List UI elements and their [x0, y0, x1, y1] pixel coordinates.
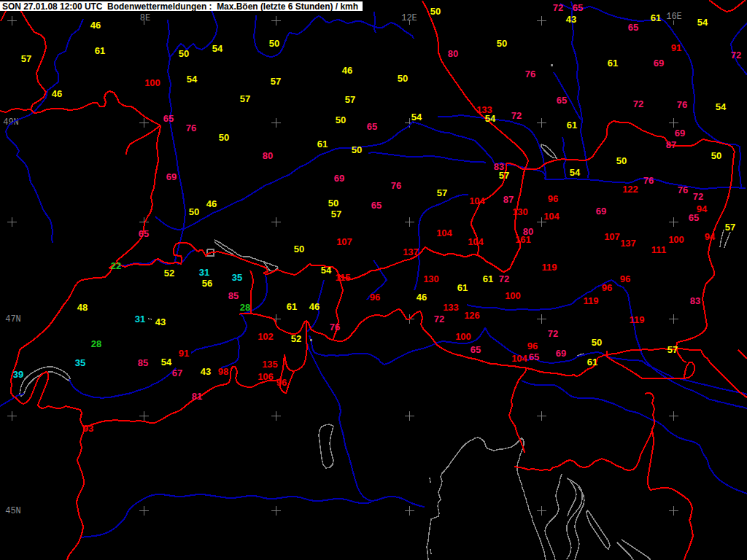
- svg-text:61: 61: [651, 12, 661, 23]
- svg-text:57: 57: [345, 94, 355, 105]
- svg-text:43: 43: [155, 316, 166, 327]
- svg-text:39: 39: [13, 369, 23, 380]
- svg-text:50: 50: [592, 337, 602, 348]
- svg-text:47N: 47N: [5, 314, 21, 324]
- svg-text:57: 57: [21, 53, 31, 64]
- svg-text:76: 76: [678, 184, 688, 195]
- svg-text:85: 85: [138, 357, 148, 368]
- svg-text:65: 65: [529, 351, 539, 362]
- svg-text:137: 137: [620, 238, 636, 249]
- svg-text:65: 65: [557, 95, 567, 106]
- svg-text:46: 46: [417, 292, 427, 303]
- svg-text:119: 119: [584, 295, 599, 306]
- svg-text:69: 69: [334, 173, 344, 184]
- svg-text:65: 65: [471, 344, 481, 355]
- svg-text:104: 104: [469, 195, 485, 206]
- svg-text:57: 57: [331, 209, 341, 219]
- svg-text:50: 50: [711, 150, 721, 161]
- svg-text:96: 96: [527, 341, 538, 351]
- svg-text:81: 81: [192, 391, 202, 402]
- svg-text:100: 100: [455, 331, 471, 342]
- svg-text:49N: 49N: [3, 117, 19, 128]
- svg-text:76: 76: [391, 180, 401, 191]
- svg-text:54: 54: [697, 17, 708, 28]
- svg-text:57: 57: [271, 76, 281, 87]
- svg-text:69: 69: [166, 171, 177, 182]
- svg-text:76: 76: [330, 322, 340, 332]
- svg-text:96: 96: [276, 377, 287, 388]
- svg-text:46: 46: [52, 88, 62, 99]
- svg-text:61: 61: [317, 139, 328, 149]
- svg-text:61: 61: [587, 357, 597, 368]
- svg-text:65: 65: [163, 113, 174, 124]
- svg-text:52: 52: [291, 333, 301, 344]
- svg-text:65: 65: [371, 200, 382, 211]
- svg-text:50: 50: [219, 132, 229, 143]
- svg-text:85: 85: [228, 290, 239, 301]
- svg-text:28: 28: [91, 338, 101, 349]
- svg-text:54: 54: [485, 113, 496, 124]
- svg-text:119: 119: [542, 262, 557, 273]
- svg-text:76: 76: [525, 69, 535, 79]
- svg-text:35: 35: [232, 272, 242, 283]
- svg-text:137: 137: [403, 246, 419, 257]
- svg-text:50: 50: [430, 6, 441, 17]
- svg-text:80: 80: [263, 150, 273, 161]
- svg-text:57: 57: [240, 93, 250, 104]
- svg-text:67: 67: [172, 368, 182, 378]
- svg-text:100: 100: [668, 234, 684, 245]
- svg-text:54: 54: [716, 101, 727, 112]
- svg-text:76: 76: [677, 99, 687, 110]
- svg-text:69: 69: [556, 348, 566, 359]
- svg-text:80: 80: [448, 48, 458, 59]
- svg-text:56: 56: [202, 278, 212, 289]
- svg-text:57: 57: [437, 187, 447, 198]
- svg-text:161: 161: [515, 234, 531, 245]
- svg-text:61: 61: [287, 301, 297, 312]
- svg-text:87: 87: [503, 194, 514, 205]
- svg-text:130: 130: [423, 273, 439, 284]
- svg-text:54: 54: [570, 167, 581, 178]
- svg-text:48: 48: [77, 302, 88, 313]
- svg-text:57: 57: [499, 170, 509, 181]
- svg-text:45N: 45N: [5, 506, 21, 516]
- svg-text:50: 50: [616, 155, 627, 166]
- svg-text:96: 96: [370, 292, 380, 303]
- svg-text:61: 61: [567, 120, 577, 131]
- svg-text:122: 122: [622, 184, 638, 195]
- svg-text:96: 96: [602, 282, 612, 293]
- svg-text:94: 94: [705, 231, 716, 242]
- svg-text:130: 130: [512, 206, 528, 217]
- svg-text:54: 54: [212, 43, 223, 54]
- svg-text:107: 107: [336, 236, 352, 247]
- svg-text:106: 106: [258, 371, 274, 382]
- svg-text:115: 115: [336, 272, 351, 283]
- svg-text:98: 98: [218, 366, 228, 377]
- svg-text:50: 50: [179, 48, 189, 59]
- svg-text:57: 57: [667, 344, 678, 355]
- svg-text:65: 65: [573, 2, 583, 13]
- svg-text:31: 31: [135, 314, 145, 324]
- svg-text:135: 135: [262, 359, 278, 370]
- svg-text:61: 61: [457, 282, 468, 293]
- svg-text:35: 35: [75, 357, 85, 368]
- svg-text:43: 43: [566, 14, 576, 25]
- svg-text:54: 54: [321, 265, 332, 276]
- svg-text:91: 91: [671, 42, 681, 53]
- svg-text:50: 50: [294, 244, 304, 254]
- svg-text:72: 72: [731, 50, 741, 61]
- svg-text:91: 91: [179, 348, 189, 359]
- svg-text:46: 46: [342, 65, 352, 76]
- svg-text:65: 65: [689, 212, 699, 223]
- svg-text:50: 50: [352, 144, 362, 155]
- svg-text:104: 104: [468, 236, 484, 247]
- svg-text:65: 65: [139, 228, 149, 239]
- svg-text:46: 46: [206, 198, 217, 209]
- svg-text:69: 69: [596, 206, 606, 217]
- svg-text:111: 111: [651, 244, 666, 255]
- svg-text:50: 50: [189, 206, 199, 217]
- svg-text:72: 72: [553, 2, 563, 13]
- svg-text:104: 104: [511, 353, 527, 364]
- svg-text:43: 43: [201, 366, 211, 377]
- svg-text:126: 126: [464, 310, 480, 321]
